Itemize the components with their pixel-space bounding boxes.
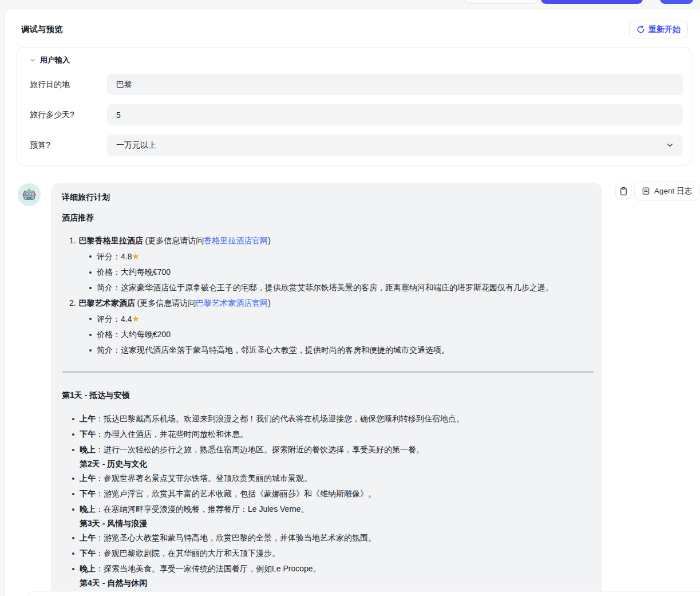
price-value: 大约每晚€200 <box>121 330 171 339</box>
day-heading: 第2天 - 历史与文化 <box>80 457 594 471</box>
robot-icon <box>22 187 37 202</box>
time-label: 上午 <box>80 533 96 542</box>
chat-input-panel <box>26 591 700 596</box>
day-heading: 第3天 - 风情与浪漫 <box>80 517 594 530</box>
agent-log-button[interactable]: Agent 日志 <box>635 182 699 200</box>
desc-label: 简介： <box>97 345 121 354</box>
itinerary-item: 下午：游览卢浮宫，欣赏其丰富的艺术收藏，包括《蒙娜丽莎》和《维纳斯雕像》。 <box>62 486 594 502</box>
time-label: 下午 <box>80 489 96 498</box>
hotel-rating-row: 评分：4.8★ <box>62 248 594 265</box>
itinerary-item: 上午：游览圣心大教堂和蒙马特高地，欣赏巴黎的全景，并体验当地艺术家的氛围。 <box>62 530 594 546</box>
hotel-desc-row: 简介：这家豪华酒店位于原拿破仑王子的宅邸，提供欣赏艾菲尔铁塔美景的客房，距离塞纳… <box>62 280 594 295</box>
hotel-item: 2.巴黎艺术家酒店 (更多信息请访问巴黎艺术家酒店官网) 评分：4.4★ 价格：… <box>62 295 594 358</box>
time-label: 下午 <box>80 548 96 558</box>
hotel-name: 巴黎香格里拉酒店 <box>79 236 143 245</box>
itinerary-item: 下午：办理入住酒店，并花些时间放松和休息。 <box>62 427 594 442</box>
item-text: ：参观巴黎歌剧院，在其华丽的大厅和天顶下漫步。 <box>96 548 280 558</box>
rating-label: 评分： <box>97 252 121 261</box>
days-label: 旅行多少天? <box>30 110 107 120</box>
hotel-rating-row: 评分：4.4★ <box>62 311 594 327</box>
clipboard-icon <box>619 187 628 196</box>
days-input[interactable] <box>107 104 683 125</box>
time-label: 晚上 <box>80 445 96 454</box>
time-label: 下午 <box>80 429 96 439</box>
star-icon: ★ <box>132 314 139 323</box>
day-heading: 第4天 - 自然与休闲 <box>80 577 594 590</box>
destination-label: 旅行目的地 <box>30 80 107 90</box>
star-icon: ★ <box>132 251 139 261</box>
copy-button[interactable] <box>616 183 631 199</box>
refresh-icon <box>636 25 645 34</box>
itinerary-item: 晚上：在塞纳河畔享受浪漫的晚餐，推荐餐厅：Le Jules Verne。 第3天… <box>62 502 594 530</box>
time-label: 上午 <box>80 473 96 483</box>
item-text: ：进行一次轻松的步行之旅，熟悉住宿周边地区。探索附近的餐饮选择，享受美好的第一餐… <box>96 445 424 454</box>
bot-message-bubble: 详细旅行计划 酒店推荐 1.巴黎香格里拉酒店 (更多信息请访问香格里拉酒店官网)… <box>51 183 602 596</box>
itinerary-item: 晚上：探索当地美食。享受一家传统的法国餐厅，例如Le Procope。 第4天 … <box>62 561 594 590</box>
chevron-down-icon <box>666 141 674 149</box>
cutoff-button-primary[interactable] <box>541 0 643 4</box>
desc-value: 这家豪华酒店位于原拿破仑王子的宅邸，提供欣赏艾菲尔铁塔美景的客房，距离塞纳河和端… <box>121 283 553 292</box>
item-text: ：办理入住酒店，并花些时间放松和休息。 <box>96 429 248 439</box>
itinerary-item: 上午：抵达巴黎戴高乐机场。欢迎来到浪漫之都！我们的代表将在机场迎接您，确保您顺利… <box>62 411 594 427</box>
message-actions: Agent 日志 <box>616 182 699 200</box>
field-row-budget: 预算? 一万元以上 <box>30 135 683 156</box>
hotel-desc-row: 简介：这家现代酒店坐落于蒙马特高地，邻近圣心大教堂，提供时尚的客房和便捷的城市交… <box>62 342 594 358</box>
hotel-info-suffix: ) <box>268 236 271 245</box>
hotel-number: 1. <box>69 236 76 245</box>
agent-log-label: Agent 日志 <box>654 186 692 196</box>
hotels-heading: 酒店推荐 <box>62 212 594 223</box>
cutoff-button-secondary[interactable] <box>464 0 538 4</box>
itinerary-item: 上午：参观世界著名景点艾菲尔铁塔。登顶欣赏美丽的城市景观。 <box>62 471 594 486</box>
field-row-destination: 旅行目的地 <box>30 74 683 95</box>
hotel-list: 1.巴黎香格里拉酒店 (更多信息请访问香格里拉酒店官网) 评分：4.8★ 价格：… <box>62 233 594 358</box>
hotel-name: 巴黎艺术家酒店 <box>79 298 135 307</box>
debug-preview-panel: 调试与预览 重新开始 用户输入 旅行目的地 旅行多少天? 预算? <box>5 8 700 596</box>
budget-selected-value: 一万元以上 <box>116 140 156 151</box>
user-input-card: 用户输入 旅行目的地 旅行多少天? 预算? 一万元以上 <box>17 47 691 165</box>
itinerary-item: 晚上：进行一次轻松的步行之旅，熟悉住宿周边地区。探索附近的餐饮选择，享受美好的第… <box>62 442 594 471</box>
restart-label: 重新开始 <box>648 25 681 35</box>
restart-button[interactable]: 重新开始 <box>629 21 688 38</box>
hotel-website-link[interactable]: 香格里拉酒店官网 <box>204 236 268 245</box>
time-label: 晚上 <box>80 564 96 573</box>
price-label: 价格： <box>97 267 121 277</box>
bot-avatar <box>18 183 41 206</box>
document-lines-icon <box>642 187 650 195</box>
item-text: ：游览圣心大教堂和蒙马特高地，欣赏巴黎的全景，并体验当地艺术家的氛围。 <box>96 533 376 542</box>
price-label: 价格： <box>97 330 121 339</box>
chat-row: 详细旅行计划 酒店推荐 1.巴黎香格里拉酒店 (更多信息请访问香格里拉酒店官网)… <box>5 165 700 596</box>
hotel-info-suffix: ) <box>268 298 271 307</box>
rating-label: 评分： <box>97 314 121 323</box>
item-text: ：探索当地美食。享受一家传统的法国餐厅，例如Le Procope。 <box>96 564 321 573</box>
message-title: 详细旅行计划 <box>62 191 594 203</box>
rating-value: 4.4 <box>121 314 132 323</box>
destination-input[interactable] <box>107 74 683 95</box>
time-label: 上午 <box>80 414 96 423</box>
section-title: 用户输入 <box>40 55 70 65</box>
user-input-section-toggle[interactable]: 用户输入 <box>30 55 683 65</box>
time-label: 晚上 <box>80 504 96 514</box>
hotel-info-prefix: (更多信息请访问 <box>135 298 196 307</box>
cutoff-button-right[interactable] <box>660 0 693 4</box>
hotel-website-link[interactable]: 巴黎艺术家酒店官网 <box>196 298 268 307</box>
hotel-price-row: 价格：大约每晚€700 <box>62 265 594 280</box>
rating-value: 4.8 <box>121 252 132 261</box>
item-text: ：游览卢浮宫，欣赏其丰富的艺术收藏，包括《蒙娜丽莎》和《维纳斯雕像》。 <box>96 489 376 498</box>
desc-label: 简介： <box>97 283 121 292</box>
budget-label: 预算? <box>30 140 107 151</box>
item-text: ：抵达巴黎戴高乐机场。欢迎来到浪漫之都！我们的代表将在机场迎接您，确保您顺利转移… <box>96 414 464 423</box>
itinerary-item: 下午：参观巴黎歌剧院，在其华丽的大厅和天顶下漫步。 <box>62 546 594 561</box>
divider <box>62 371 594 373</box>
field-row-days: 旅行多少天? <box>30 104 683 125</box>
item-text: ：在塞纳河畔享受浪漫的晚餐，推荐餐厅：Le Jules Verne。 <box>96 504 309 514</box>
panel-header: 调试与预览 重新开始 <box>5 9 700 47</box>
price-value: 大约每晚€700 <box>121 267 171 277</box>
hotel-number: 2. <box>69 298 76 307</box>
page-title: 调试与预览 <box>21 24 63 35</box>
hotel-price-row: 价格：大约每晚€200 <box>62 327 594 342</box>
chevron-down-icon <box>30 57 35 63</box>
item-text: ：参观世界著名景点艾菲尔铁塔。登顶欣赏美丽的城市景观。 <box>96 473 312 483</box>
hotel-item: 1.巴黎香格里拉酒店 (更多信息请访问香格里拉酒店官网) 评分：4.8★ 价格：… <box>62 233 594 295</box>
budget-select[interactable]: 一万元以上 <box>107 135 683 156</box>
day-heading: 第1天 - 抵达与安顿 <box>62 388 594 403</box>
